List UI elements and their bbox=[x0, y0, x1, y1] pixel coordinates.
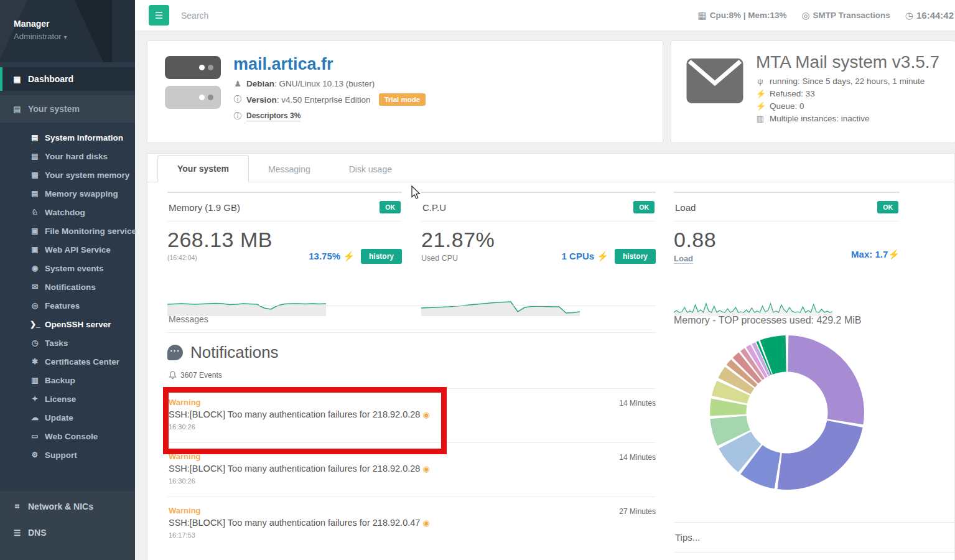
sidebar-item-label: Network & NICs bbox=[28, 502, 93, 511]
tab-messaging[interactable]: Messaging bbox=[249, 156, 330, 182]
search-input[interactable] bbox=[181, 11, 380, 21]
notification-row[interactable]: 14 MinutesWarningSSH:[BLOCK] Too many au… bbox=[167, 388, 656, 442]
notification-time: 16:30:26 bbox=[169, 423, 655, 431]
cpu-metric-panel: C.P.U OK 21.87% Used CPU 1 CPUs ⚡ histor… bbox=[421, 192, 656, 290]
mta-row-text: Queue: 0 bbox=[770, 101, 804, 111]
notification-message[interactable]: SSH:[BLOCK] Too many authentication fail… bbox=[169, 464, 655, 474]
sidebar-item-label: Notifications bbox=[45, 282, 96, 292]
system-events-icon: ◉ bbox=[30, 264, 40, 273]
tips-label: Tips... bbox=[674, 523, 955, 552]
clock-icon: ◷ bbox=[905, 10, 913, 21]
history-eye-icon[interactable]: ◉ bbox=[422, 518, 429, 528]
donut-segment-14[interactable] bbox=[760, 335, 786, 375]
sidebar-item-system-information[interactable]: ▤System information bbox=[0, 128, 135, 147]
sidebar-item-tasks[interactable]: ◷Tasks bbox=[0, 334, 135, 352]
sidebar-item-support[interactable]: ⚙Support bbox=[0, 446, 135, 464]
load-max-link[interactable]: Max: 1.7⚡ bbox=[851, 249, 900, 260]
notification-message[interactable]: SSH:[BLOCK] Too many authentication fail… bbox=[169, 409, 655, 419]
sidebar-item-your-system[interactable]: ▤ Your system bbox=[0, 95, 135, 123]
sidebar-item-certificates-center[interactable]: ✱Certificates Center bbox=[0, 352, 135, 371]
sidebar-item-dns[interactable]: ☰DNS bbox=[0, 520, 135, 546]
cpu-count-link[interactable]: 1 CPUs ⚡ bbox=[562, 251, 608, 262]
notification-row[interactable]: 27 MinutesWarningSSH:[BLOCK] Too many au… bbox=[167, 497, 656, 551]
user-name: Manager bbox=[14, 19, 135, 29]
sidebar: Manager Administrator▾ ▦ Dashboard ▤ You… bbox=[0, 0, 135, 560]
sidebar-item-openssh-server[interactable]: ❯_OpenSSH server bbox=[0, 315, 135, 334]
info-icon: ⓘ bbox=[233, 111, 242, 122]
load-metric-panel: Load OK 0.88 Load Max: 1.7⚡ bbox=[674, 192, 900, 290]
mta-status-row: ⚡Refused: 33 bbox=[756, 89, 939, 98]
metric-title: Load bbox=[675, 202, 696, 213]
metric-title: Memory (1.9 GB) bbox=[169, 202, 240, 213]
mta-row-icon: ψ bbox=[756, 77, 765, 86]
sidebar-item-your-hard-disks[interactable]: ▤Your hard disks bbox=[0, 147, 135, 166]
sidebar-item-backup[interactable]: ▥Backup bbox=[0, 371, 135, 390]
sidebar-submenu: ▤System information▤Your hard disks▦Your… bbox=[0, 123, 135, 468]
sidebar-item-web-console[interactable]: ▭Web Console bbox=[0, 427, 135, 446]
sidebar-item-network-nics[interactable]: ⌗Network & NICs bbox=[0, 493, 135, 520]
smtp-transactions-link[interactable]: ◎ SMTP Transactions bbox=[801, 10, 890, 21]
sidebar-item-web-api-service[interactable]: ▣Web API Service bbox=[0, 240, 135, 259]
status-badge[interactable]: OK bbox=[380, 201, 401, 213]
sidebar-item-label: Backup bbox=[45, 376, 75, 385]
server-icon: ▤ bbox=[12, 105, 22, 114]
web-console-icon: ▭ bbox=[30, 432, 40, 441]
watchdog-icon: ♘ bbox=[30, 208, 40, 217]
status-badge[interactable]: OK bbox=[633, 201, 655, 213]
notification-time: 16:30:26 bbox=[169, 477, 655, 485]
cpu-mem-stats[interactable]: ▦ Cpu:8% | Mem:13% bbox=[697, 10, 786, 21]
sidebar-item-system-events[interactable]: ◉System events bbox=[0, 259, 135, 278]
sidebar-item-label: Memory swapping bbox=[45, 189, 118, 198]
load-link[interactable]: Load bbox=[674, 254, 693, 264]
mta-mail-card: MTA Mail system v3.5.7 ψrunning: Since 5… bbox=[671, 40, 955, 143]
artica-dashboard: Manager Administrator▾ ▦ Dashboard ▤ You… bbox=[0, 0, 955, 560]
hostname-link[interactable]: mail.artica.fr bbox=[233, 55, 426, 74]
memory-history-button[interactable]: history bbox=[361, 249, 402, 264]
notification-level[interactable]: Warning bbox=[169, 452, 655, 461]
notification-level[interactable]: Warning bbox=[169, 398, 655, 407]
tab-your-system[interactable]: Your system bbox=[157, 155, 249, 182]
your-hard-disks-icon: ▤ bbox=[30, 152, 40, 161]
sidebar-item-label: Update bbox=[45, 413, 73, 422]
os-line: ♟ Debian: GNU/Linux 10.13 (buster) bbox=[233, 79, 426, 88]
tab-disk-usage[interactable]: Disk usage bbox=[330, 156, 411, 182]
sidebar-item-update[interactable]: ☁Update bbox=[0, 408, 135, 427]
sidebar-item-dashboard[interactable]: ▦ Dashboard bbox=[0, 67, 135, 91]
host-summary-card: mail.artica.fr ♟ Debian: GNU/Linux 10.13… bbox=[147, 40, 663, 143]
donut-segment-1[interactable] bbox=[778, 421, 863, 490]
notification-level[interactable]: Warning bbox=[169, 506, 655, 515]
hamburger-menu-button[interactable]: ☰ bbox=[149, 5, 169, 26]
events-count-row: 3607 Events bbox=[167, 365, 656, 388]
sidebar-item-label: Watchdog bbox=[45, 208, 85, 217]
cpu-history-button[interactable]: history bbox=[615, 249, 656, 264]
sidebar-item-file-monitoring-service[interactable]: ▣File Monitoring service bbox=[0, 222, 135, 240]
sidebar-item-your-system-memory[interactable]: ▦Your system memory bbox=[0, 166, 135, 184]
sidebar-item-label: Your system bbox=[28, 104, 80, 114]
notifications-header: Notifications bbox=[167, 333, 656, 365]
features-icon: ◎ bbox=[30, 301, 40, 310]
messages-section: Messages Notifications 3607 Events 14 Mi… bbox=[167, 306, 656, 551]
envelope-icon bbox=[686, 55, 743, 129]
memory-donut-chart bbox=[709, 334, 865, 491]
dns-icon: ☰ bbox=[12, 528, 22, 538]
notification-age: 27 Minutes bbox=[619, 507, 656, 516]
memory-percent-link[interactable]: 13.75% ⚡ bbox=[309, 251, 355, 262]
descriptors-link[interactable]: Descriptors 3% bbox=[246, 111, 300, 121]
sidebar-item-label: Your system memory bbox=[45, 170, 129, 180]
mta-status-rows: ψrunning: Since 5 days, 22 hours, 1 minu… bbox=[756, 77, 939, 123]
sidebar-item-label: Tasks bbox=[45, 338, 68, 348]
sidebar-item-watchdog[interactable]: ♘Watchdog bbox=[0, 203, 135, 222]
notification-row[interactable]: 14 MinutesWarningSSH:[BLOCK] Too many au… bbox=[167, 442, 656, 497]
bell-icon bbox=[169, 371, 177, 380]
history-eye-icon[interactable]: ◉ bbox=[422, 464, 429, 474]
sidebar-item-notifications[interactable]: ✉Notifications bbox=[0, 278, 135, 296]
user-role-dropdown[interactable]: Administrator▾ bbox=[14, 32, 135, 41]
sidebar-item-license[interactable]: ✦License bbox=[0, 390, 135, 408]
history-eye-icon[interactable]: ◉ bbox=[422, 410, 429, 419]
status-badge[interactable]: OK bbox=[877, 201, 898, 213]
notification-message[interactable]: SSH:[BLOCK] Too many authentication fail… bbox=[169, 518, 655, 528]
donut-segment-0[interactable] bbox=[788, 335, 864, 424]
sidebar-item-memory-swapping[interactable]: ▤Memory swapping bbox=[0, 184, 135, 203]
sidebar-item-features[interactable]: ◎Features bbox=[0, 296, 135, 315]
notification-time: 16:17:53 bbox=[169, 531, 655, 539]
